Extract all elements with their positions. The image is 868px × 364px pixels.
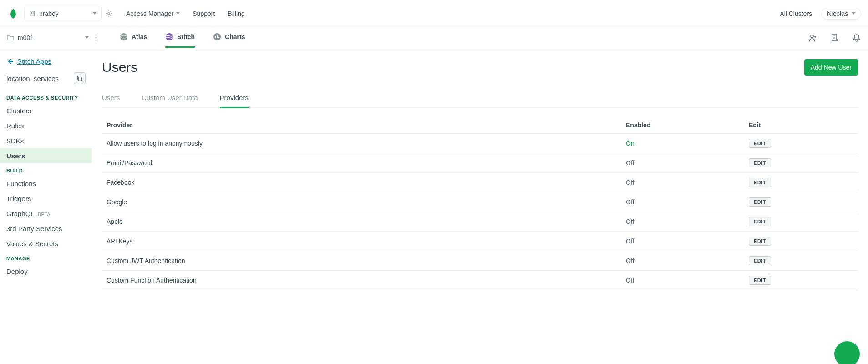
add-document-icon[interactable] [830,33,839,42]
tab-stitch[interactable]: Stitch [165,27,195,48]
sub-tab-users[interactable]: Users [102,89,120,108]
edit-button[interactable]: EDIT [749,256,771,265]
header-provider: Provider [107,121,626,129]
svg-point-9 [120,33,127,40]
table-row: Custom Function AuthenticationOffEDIT [102,271,858,290]
main-content: Users Add New User Users Custom User Dat… [92,48,868,301]
nav-access-manager[interactable]: Access Manager [126,10,180,17]
sidebar-item-sdks[interactable]: SDKs [0,133,92,148]
chevron-down-icon [93,12,96,15]
sidebar-item-graphql[interactable]: GraphQL BETA [0,206,92,221]
building-icon [29,10,36,17]
svg-rect-3 [31,13,32,14]
top-bar: nraboy Access Manager Support Billing Al… [0,0,868,27]
project-name: m001 [18,34,34,41]
tab-atlas[interactable]: Atlas [120,27,147,48]
table-header: Provider Enabled Edit [102,117,858,134]
tab-charts[interactable]: Charts [213,27,245,48]
top-nav: Access Manager Support Billing [126,10,245,17]
chevron-down-icon [852,12,855,15]
edit-button[interactable]: EDIT [749,158,771,167]
table-row: Custom JWT AuthenticationOffEDIT [102,251,858,271]
user-name: Nicolas [827,10,848,17]
edit-button[interactable]: EDIT [749,276,771,285]
sidebar-item-3rd-party[interactable]: 3rd Party Services [0,221,92,236]
cell-edit: EDIT [749,197,853,207]
cell-enabled: Off [626,277,749,284]
arrow-left-icon [6,58,14,65]
copy-button[interactable] [74,72,86,84]
cell-provider: Facebook [107,179,626,186]
cell-edit: EDIT [749,178,853,187]
edit-button[interactable]: EDIT [749,197,771,207]
table-row: Email/PasswordOffEDIT [102,153,858,173]
org-selector[interactable]: nraboy [24,7,102,20]
cell-enabled: Off [626,159,749,167]
providers-table: Provider Enabled Edit Allow users to log… [102,117,858,290]
nav-support-label: Support [193,10,215,17]
tab-atlas-label: Atlas [132,33,147,40]
sidebar-item-functions[interactable]: Functions [0,176,92,191]
add-user-icon[interactable] [808,33,817,42]
edit-button[interactable]: EDIT [749,237,771,246]
sidebar-item-values-secrets[interactable]: Values & Secrets [0,236,92,251]
cell-enabled: Off [626,179,749,186]
sub-tab-custom-user-data[interactable]: Custom User Data [142,89,198,108]
svg-point-7 [96,37,97,38]
svg-point-5 [108,13,110,15]
cell-enabled: Off [626,218,749,225]
sidebar-item-deploy[interactable]: Deploy [0,264,92,279]
beta-badge: BETA [38,212,50,217]
cell-provider: Custom JWT Authentication [107,257,626,264]
user-menu[interactable]: Nicolas [821,8,861,20]
cell-edit: EDIT [749,256,853,265]
add-new-user-button[interactable]: Add New User [804,59,858,76]
svg-point-8 [96,40,97,41]
copy-icon [76,75,83,81]
sidebar-item-users[interactable]: Users [0,148,92,163]
sidebar-item-triggers[interactable]: Triggers [0,191,92,206]
app-name: location_services [6,75,59,82]
sidebar-item-clusters[interactable]: Clusters [0,103,92,118]
mongodb-logo-icon [7,7,20,20]
cell-provider: API Keys [107,238,626,245]
back-link-text[interactable]: Stitch Apps [17,57,51,65]
edit-button[interactable]: EDIT [749,178,771,187]
svg-rect-14 [78,77,81,81]
sub-tab-providers[interactable]: Providers [220,89,249,108]
cell-enabled: Off [626,257,749,264]
cell-enabled: Off [626,238,749,245]
cell-edit: EDIT [749,276,853,285]
bell-icon[interactable] [852,33,861,42]
project-selector[interactable]: m001 [7,34,93,41]
header-edit: Edit [749,121,853,129]
chevron-down-icon [85,36,89,39]
kebab-icon[interactable] [95,34,97,41]
gear-icon[interactable] [105,10,112,17]
back-link[interactable]: Stitch Apps [0,57,92,72]
edit-button[interactable]: EDIT [749,139,771,148]
cell-edit: EDIT [749,217,853,226]
edit-button[interactable]: EDIT [749,217,771,226]
cell-provider: Allow users to log in anonymously [107,140,626,147]
svg-point-6 [96,34,97,35]
toolbar-actions [808,33,861,42]
nav-support[interactable]: Support [193,10,215,17]
chevron-down-icon [176,12,180,15]
cell-edit: EDIT [749,237,853,246]
svg-rect-0 [30,11,35,16]
svg-rect-4 [33,13,34,14]
main-tabs: Atlas Stitch Charts [120,27,245,48]
table-row: API KeysOffEDIT [102,232,858,251]
nav-billing[interactable]: Billing [228,10,244,17]
folder-icon [7,34,14,41]
org-name: nraboy [39,10,59,17]
cell-edit: EDIT [749,139,853,148]
table-row: GoogleOffEDIT [102,192,858,212]
charts-icon [213,33,221,41]
all-clusters-link[interactable]: All Clusters [780,10,812,17]
sidebar-item-rules[interactable]: Rules [0,118,92,133]
svg-rect-2 [33,12,34,13]
cell-enabled: On [626,140,749,147]
project-bar: m001 Atlas Stitch Charts [0,27,868,48]
